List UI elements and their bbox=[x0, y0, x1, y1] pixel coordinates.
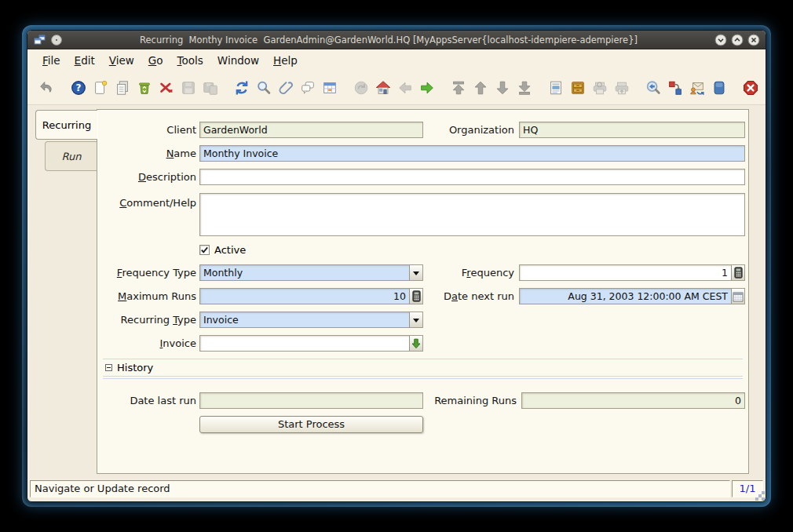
comment-help-field[interactable] bbox=[199, 193, 745, 236]
green-arrow-icon bbox=[411, 338, 422, 349]
menu-edit[interactable]: Edit bbox=[68, 52, 102, 69]
remaining-runs-label: Remaining Runs bbox=[400, 392, 517, 409]
recurring-type-dropdown-button[interactable] bbox=[409, 312, 422, 327]
window-icon bbox=[33, 34, 46, 46]
zoom-across-icon bbox=[645, 79, 662, 97]
frequency-value: 1 bbox=[520, 265, 731, 280]
archive-button[interactable] bbox=[568, 77, 588, 99]
end-window-button[interactable] bbox=[740, 77, 761, 99]
attachment-button[interactable] bbox=[276, 77, 296, 99]
recurring-type-combo[interactable]: Invoice bbox=[199, 312, 423, 328]
chat-icon bbox=[299, 79, 316, 97]
active-checkbox[interactable] bbox=[199, 245, 210, 255]
invoice-field[interactable] bbox=[199, 335, 423, 352]
comment-help-label: Comment/Help bbox=[97, 195, 196, 211]
history-label: History bbox=[117, 362, 153, 373]
help-icon: ? bbox=[70, 79, 87, 97]
copy-record-button[interactable] bbox=[112, 77, 133, 99]
workflow-button[interactable] bbox=[665, 77, 685, 99]
save-button bbox=[178, 77, 199, 99]
date-next-run-label: Date next run bbox=[404, 288, 514, 304]
zoom-across-button[interactable] bbox=[643, 77, 663, 99]
end-window-icon bbox=[742, 79, 759, 97]
save-create-button bbox=[200, 77, 221, 99]
next-record-icon bbox=[494, 79, 511, 97]
menu-button[interactable] bbox=[373, 77, 393, 99]
recurring-type-label: Recurring Type bbox=[97, 312, 196, 328]
refresh-button[interactable] bbox=[232, 77, 252, 99]
client-label: Client bbox=[97, 122, 196, 138]
status-message: Navigate or Update record bbox=[30, 480, 730, 497]
history-icon bbox=[353, 79, 370, 97]
frequency-type-label: Frequency Type bbox=[97, 264, 196, 281]
archive-icon bbox=[569, 79, 587, 97]
frequency-field[interactable]: 1 bbox=[519, 264, 745, 281]
organization-field: HQ bbox=[519, 122, 745, 138]
resize-grip[interactable] bbox=[762, 497, 765, 501]
maximum-runs-field[interactable]: 10 bbox=[199, 288, 423, 304]
parent-record-button bbox=[395, 77, 415, 99]
undo-icon bbox=[38, 79, 56, 97]
name-field[interactable]: Monthy Invoice bbox=[199, 145, 745, 162]
window-body: Recurring Monthy Invoice GardenAdmin@Gar… bbox=[27, 30, 766, 502]
calculator-icon bbox=[733, 267, 744, 279]
tab-run[interactable]: Run bbox=[45, 141, 97, 171]
close-button[interactable] bbox=[747, 34, 760, 46]
detail-record-icon bbox=[418, 79, 436, 97]
menu-tools[interactable]: Tools bbox=[170, 52, 210, 69]
frequency-calculator-button[interactable] bbox=[731, 265, 744, 280]
find-button[interactable] bbox=[254, 77, 274, 99]
invoice-value bbox=[200, 336, 409, 351]
maximum-runs-value: 10 bbox=[200, 289, 409, 304]
find-icon bbox=[255, 79, 272, 97]
first-record-button[interactable] bbox=[448, 77, 469, 99]
menu-go[interactable]: Go bbox=[141, 52, 170, 69]
report-button[interactable] bbox=[546, 77, 566, 99]
product-info-icon bbox=[711, 79, 728, 97]
menu-window[interactable]: Window bbox=[210, 52, 266, 69]
frequency-type-combo[interactable]: Monthly bbox=[199, 264, 423, 281]
active-label: Active bbox=[214, 243, 246, 257]
previous-record-icon bbox=[472, 79, 489, 97]
previous-record-button[interactable] bbox=[470, 77, 491, 99]
undo-button[interactable] bbox=[37, 77, 57, 99]
save-icon bbox=[180, 79, 197, 97]
detail-record-button[interactable] bbox=[417, 77, 437, 99]
help-button[interactable]: ? bbox=[68, 77, 89, 99]
next-record-button[interactable] bbox=[492, 77, 513, 99]
toolbar: ? bbox=[27, 71, 766, 105]
description-field[interactable] bbox=[199, 169, 745, 185]
collapse-icon[interactable] bbox=[105, 364, 112, 371]
organization-label: Organization bbox=[404, 122, 514, 138]
menu-icon bbox=[375, 79, 392, 97]
new-record-button[interactable] bbox=[90, 77, 111, 99]
date-next-run-field[interactable]: Aug 31, 2003 12:00:00 AM CEST bbox=[519, 288, 745, 304]
menu-help[interactable]: Help bbox=[266, 52, 305, 69]
delete-selection-button[interactable] bbox=[156, 77, 177, 99]
delete-record-button[interactable] bbox=[134, 77, 155, 99]
history-button bbox=[351, 77, 371, 99]
grid-toggle-button[interactable] bbox=[320, 77, 340, 99]
menu-file[interactable]: File bbox=[35, 52, 68, 69]
remaining-runs-field: 0 bbox=[521, 392, 745, 409]
save-create-icon bbox=[202, 79, 219, 97]
minimize-button[interactable] bbox=[714, 34, 727, 46]
request-button[interactable] bbox=[687, 77, 707, 99]
menubar: FileEditViewGoToolsWindowHelp bbox=[27, 49, 766, 71]
titlebar[interactable]: Recurring Monthy Invoice GardenAdmin@Gar… bbox=[27, 31, 766, 49]
maximum-runs-label: Maximum Runs bbox=[97, 288, 196, 304]
titlebar-pin-button[interactable] bbox=[50, 34, 63, 46]
invoice-record-button[interactable] bbox=[409, 336, 422, 351]
product-info-button[interactable] bbox=[709, 77, 729, 99]
date-next-run-calendar-button[interactable] bbox=[731, 289, 744, 304]
new-record-icon bbox=[92, 79, 109, 97]
form-panel: Client GardenWorld Organization HQ Name … bbox=[97, 109, 749, 474]
start-process-button[interactable]: Start Process bbox=[199, 416, 423, 433]
chevron-down-icon bbox=[413, 319, 419, 326]
menu-view[interactable]: View bbox=[102, 52, 141, 69]
chat-button[interactable] bbox=[298, 77, 318, 99]
tab-recurring[interactable]: Recurring bbox=[35, 110, 97, 140]
last-record-button[interactable] bbox=[514, 77, 535, 99]
maximize-button[interactable] bbox=[731, 34, 744, 46]
tab-recurring-label: Recurring bbox=[42, 119, 91, 131]
